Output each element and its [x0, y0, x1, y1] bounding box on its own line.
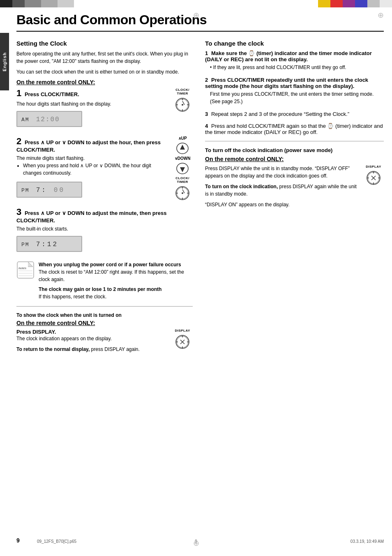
- show-clock-content: Press DISPLAY. The clock indication appe…: [16, 329, 169, 356]
- svg-marker-11: [180, 167, 185, 172]
- step-1-icon-col: CLOCK/TIMER: [172, 88, 193, 113]
- footer-right: 03.3.19, 10:49 AM: [350, 539, 384, 544]
- right-step-4-text: 4 Press and hold CLOCK/TIMER again so th…: [205, 123, 384, 135]
- svg-point-7: [182, 104, 183, 106]
- show-clock-press: Press DISPLAY.: [16, 329, 169, 335]
- step-3-block: 3 Press ∧ UP or ∨ DOWN to adjust the min…: [16, 207, 193, 255]
- show-clock-remote: On the remote control ONLY:: [16, 320, 193, 326]
- step-2-title: Press ∧ UP or ∨ DOWN to adjust the hour,…: [16, 139, 161, 153]
- bar-seg-yellow: [318, 0, 330, 7]
- notes-icon: notes: [16, 261, 35, 279]
- step-3-title: Press ∧ UP or ∨ DOWN to adjust the minut…: [16, 210, 166, 224]
- right-step-1-sub: • If they are lit, press and hold CLOCK/…: [210, 64, 384, 71]
- left-column: Setting the Clock Before operating the u…: [16, 40, 193, 356]
- language-tab: English: [0, 33, 9, 90]
- step-2-row: 2 Press ∧ UP or ∨ DOWN to adjust the hou…: [16, 136, 193, 201]
- power-save-row: Press DISPLAY while the unit is in stand…: [205, 165, 384, 212]
- change-clock-heading: To change the clock: [205, 40, 384, 47]
- step-1-body: The hour digits start flashing on the di…: [16, 100, 169, 108]
- step-3-heading: 3 Press ∧ UP or ∨ DOWN to adjust the min…: [16, 207, 193, 224]
- bar-seg-3: [25, 0, 41, 7]
- step-2-number: 2: [16, 136, 21, 146]
- bar-seg-4: [41, 0, 58, 7]
- bar-seg-2: [12, 0, 25, 7]
- top-color-bar: [0, 0, 392, 7]
- step-2-bullets: When you press and hold ∧ UP or ∨ DOWN, …: [23, 162, 169, 177]
- step-3-row: 3 Press ∧ UP or ∨ DOWN to adjust the min…: [16, 207, 193, 255]
- step-3-number: 3: [16, 207, 21, 217]
- footer-left: 09_12FS_B70[C].p65: [37, 539, 76, 544]
- right-step-1-text: 1 Make sure the ⌚ (timer) indicator and …: [205, 50, 384, 62]
- right-step-1: 1 Make sure the ⌚ (timer) indicator and …: [205, 50, 384, 71]
- step-1-heading: 1 Press CLOCK/TIMER.: [16, 88, 169, 99]
- bar-seg-silver: [367, 0, 380, 7]
- step-3-content: 3 Press ∧ UP or ∨ DOWN to adjust the min…: [16, 207, 193, 255]
- step-2-icon-col: ∧UP ∨DOWN CLOCK/TIMER: [172, 136, 193, 201]
- bar-seg-red: [330, 0, 343, 7]
- down-arrow-icon: [176, 162, 189, 175]
- svg-text:notes: notes: [18, 266, 26, 270]
- svg-marker-9: [180, 145, 185, 150]
- page-number: 9: [16, 537, 20, 544]
- notes-content: When you unplug the power cord or if a p…: [39, 261, 193, 300]
- lcd-display-step1: AM 12:00: [16, 111, 82, 127]
- step-1-number: 1: [16, 88, 21, 98]
- crosshair-right: ⊕: [378, 11, 384, 20]
- top-bar-right: [196, 0, 392, 7]
- divider-rule: [16, 306, 193, 307]
- step-1-row: 1 Press CLOCK/TIMER. The hour digits sta…: [16, 88, 193, 130]
- display-icon-left: [175, 334, 190, 350]
- right-step-2: 2 Press CLOCK/TIMER repeatedly until the…: [205, 77, 384, 105]
- step-2-btn-label: CLOCK/TIMER: [175, 176, 189, 184]
- crosshair-center: ⊕: [193, 11, 199, 20]
- right-step-3: 3 Repeat steps 2 and 3 of the procedure …: [205, 111, 384, 117]
- power-save-body-3: “DISPLAY ON” appears on the display.: [205, 201, 360, 208]
- section-heading-setting-clock: Setting the Clock: [16, 40, 193, 47]
- remote-only-label: On the remote control ONLY:: [16, 79, 193, 85]
- show-clock-return: To return to the normal display, press D…: [16, 346, 169, 353]
- display-btn-label-right: DISPLAY: [366, 165, 381, 168]
- lcd-display-step3: PM 7:12: [16, 236, 82, 252]
- intro-text-2: You can set the clock when the unit is e…: [16, 68, 193, 76]
- step-1-block: 1 Press CLOCK/TIMER. The hour digits sta…: [16, 88, 193, 130]
- power-save-body-2: To turn on the clock indication, press D…: [205, 183, 360, 198]
- bar-seg-purple: [343, 0, 355, 7]
- step-2-block: 2 Press ∧ UP or ∨ DOWN to adjust the hou…: [16, 136, 193, 201]
- step-1-title: Press CLOCK/TIMER.: [25, 91, 79, 97]
- up-arrow-icon: [176, 142, 189, 155]
- power-save-heading: To turn off the clock indication (power …: [205, 147, 384, 153]
- clock-timer-icon-1: [175, 97, 190, 113]
- bar-seg-blue: [355, 0, 367, 7]
- language-label: English: [2, 52, 7, 72]
- right-step-3-text: 3 Repeat steps 2 and 3 of the procedure …: [205, 111, 384, 117]
- notes-bullet-2: The clock may gain or lose 1 to 2 minute…: [39, 286, 193, 300]
- clock-timer-icon-2: [175, 185, 190, 201]
- right-column: To change the clock 1 Make sure the ⌚ (t…: [205, 40, 384, 356]
- show-clock-body: The clock indication appears on the disp…: [16, 335, 169, 342]
- up-arrow-label: ∧UP: [178, 136, 187, 141]
- step-1-btn-label: CLOCK/TIMER: [175, 88, 189, 95]
- step-2-bullet-1: When you press and hold ∧ UP or ∨ DOWN, …: [23, 162, 169, 177]
- notes-svg: notes: [16, 261, 35, 279]
- bar-seg-white: [380, 0, 392, 7]
- right-step-4: 4 Press and hold CLOCK/TIMER again so th…: [205, 123, 384, 135]
- show-clock-row: Press DISPLAY. The clock indication appe…: [16, 329, 193, 356]
- step-3-body: The built-in clock starts.: [16, 225, 193, 233]
- right-step-2-row: 2 Press CLOCK/TIMER repeatedly until the…: [205, 77, 384, 105]
- down-arrow-label: ∨DOWN: [175, 156, 191, 161]
- power-save-content: Press DISPLAY while the unit is in stand…: [205, 165, 360, 212]
- notes-box: notes When you unplug the power cord or …: [16, 261, 193, 300]
- step-1-content: 1 Press CLOCK/TIMER. The hour digits sta…: [16, 88, 169, 130]
- svg-point-19: [182, 192, 183, 194]
- display-btn-label-left: DISPLAY: [175, 329, 190, 332]
- bar-seg-1: [0, 0, 12, 7]
- display-icon-col-right: DISPLAY: [363, 165, 384, 186]
- crosshair-bottom: ⊕: [193, 539, 199, 548]
- top-bar-left: [0, 0, 196, 7]
- right-step-2-text: 2 Press CLOCK/TIMER repeatedly until the…: [205, 77, 384, 89]
- right-divider: [205, 141, 384, 141]
- show-clock-heading: To show the clock when the unit is turne…: [16, 312, 193, 318]
- power-save-remote: On the remote control ONLY:: [205, 156, 384, 162]
- two-col-layout: Setting the Clock Before operating the u…: [16, 40, 384, 356]
- lcd-display-step2: PM 7: 00: [16, 182, 82, 198]
